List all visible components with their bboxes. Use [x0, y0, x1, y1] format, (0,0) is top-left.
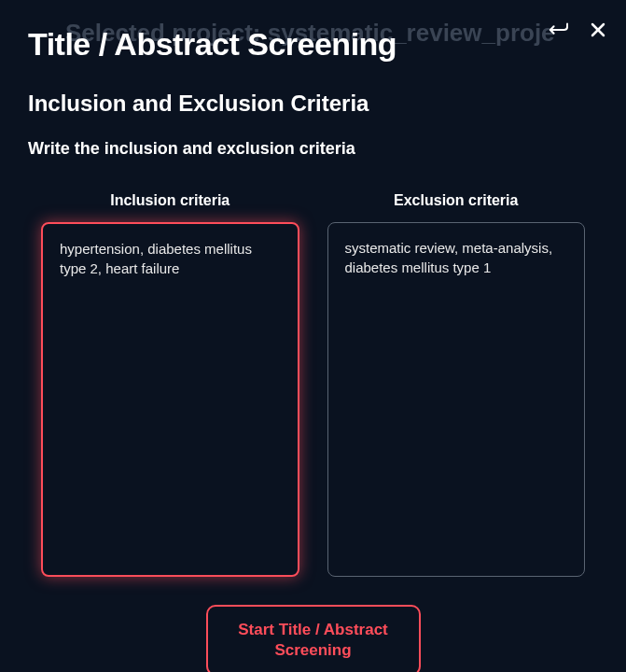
exclusion-label: Exclusion criteria [327, 192, 586, 209]
exclusion-column: Exclusion criteria [327, 192, 586, 577]
inclusion-label: Inclusion criteria [41, 192, 299, 209]
screening-modal: Title / Abstract Screening Inclusion and… [0, 0, 626, 672]
modal-title: Title / Abstract Screening [28, 26, 598, 63]
inclusion-column: Inclusion criteria [41, 192, 299, 577]
section-title: Inclusion and Exclusion Criteria [28, 91, 598, 117]
start-screening-button[interactable]: Start Title / Abstract Screening [206, 605, 421, 672]
instruction-text: Write the inclusion and exclusion criter… [28, 139, 598, 159]
inclusion-textarea[interactable] [41, 222, 299, 577]
exclusion-textarea[interactable] [327, 222, 586, 577]
